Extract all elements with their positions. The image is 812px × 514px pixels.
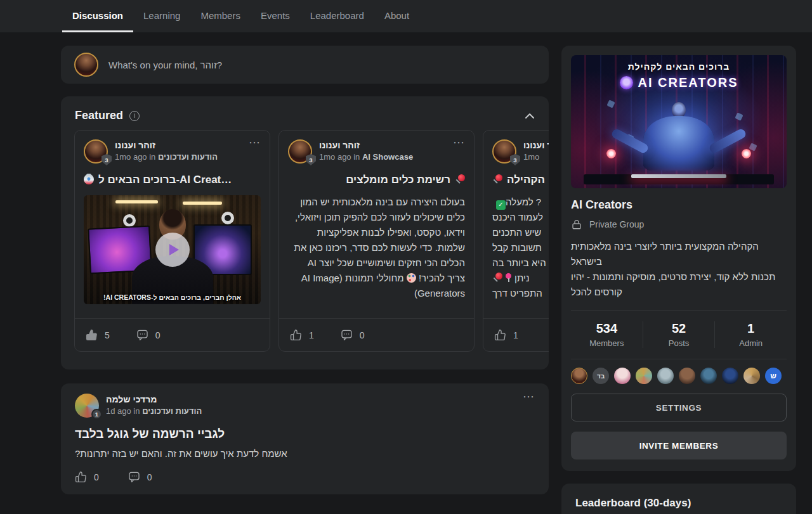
author-avatar[interactable]: 1 bbox=[75, 394, 99, 418]
pushpin-emoji-icon bbox=[455, 174, 465, 184]
banner-welcome-text: ברוכים הבאים לקהילת bbox=[571, 61, 787, 72]
space-name: הודעות ועדכונים bbox=[142, 406, 202, 416]
settings-button[interactable]: SETTINGS bbox=[571, 394, 787, 421]
like-button[interactable]: 1 bbox=[494, 329, 518, 341]
post-body: אשמח לדעת איך עושים את זה. והאם יש בזה י… bbox=[75, 448, 535, 459]
video-thumbnail[interactable]: אהלן חברים, ברוכים הבאים ל-AI CREATORS! bbox=[84, 195, 261, 304]
level-badge: 3 bbox=[306, 154, 316, 165]
current-user-avatar bbox=[74, 53, 98, 77]
like-button[interactable]: 1 bbox=[290, 329, 314, 341]
pushpin-emoji-icon bbox=[492, 174, 502, 184]
featured-card-tools[interactable]: 3 זוהר וענונו 1mo ago in AI Showcase ⋯ ר… bbox=[278, 130, 475, 352]
level-badge: 1 bbox=[91, 409, 102, 420]
more-options-icon[interactable]: ⋯ bbox=[523, 394, 535, 400]
member-avatar-initials[interactable]: בד bbox=[593, 368, 609, 384]
post-meta: 1d ago in הודעות ועדכונים bbox=[106, 406, 202, 416]
level-badge: 3 bbox=[102, 154, 112, 165]
leaderboard-card: Leaderboard (30-days) bbox=[561, 484, 796, 514]
featured-card-welcome[interactable]: 3 זוהר וענונו 1mo ago in הודעות ועדכונים… bbox=[74, 130, 270, 352]
featured-cards-row: 3 זוהר וענונו 1mo ago in הודעות ועדכונים… bbox=[74, 130, 549, 352]
comment-button[interactable]: 0 bbox=[128, 471, 152, 483]
space-name: AI Showcase bbox=[362, 152, 413, 162]
space-name: הודעות ועדכונים bbox=[158, 152, 218, 162]
leaderboard-title: Leaderboard (30-days) bbox=[575, 497, 782, 510]
check-emoji-icon bbox=[496, 200, 506, 210]
more-options-icon[interactable]: ⋯ bbox=[453, 139, 465, 146]
play-button[interactable] bbox=[155, 233, 190, 267]
author-name[interactable]: זוהר וענונו bbox=[523, 140, 549, 150]
author-name[interactable]: זוהר וענונו bbox=[115, 140, 218, 150]
like-button[interactable]: 0 bbox=[75, 471, 99, 483]
brain-logo-icon bbox=[620, 76, 633, 89]
top-navigation-bar: Discussion Learning Members Events Leade… bbox=[0, 0, 812, 32]
invite-members-button[interactable]: INVITE MEMBERS bbox=[571, 432, 787, 459]
member-avatar[interactable] bbox=[679, 368, 695, 384]
sidebar: ברוכים הבאים לקהילת AI CREATORS AI Creat… bbox=[561, 46, 796, 514]
pushpin-emoji-icon bbox=[492, 273, 502, 283]
member-avatar[interactable] bbox=[722, 368, 738, 384]
palette-emoji-icon bbox=[407, 273, 416, 283]
author-avatar[interactable]: 3 bbox=[492, 139, 516, 164]
nav-tabs: Discussion Learning Members Events Leade… bbox=[0, 0, 812, 32]
post-title[interactable]: ברוכים הבאים ל-AI Creat… bbox=[84, 174, 261, 186]
post-title[interactable]: הקהילה bbox=[492, 174, 549, 186]
group-stats: 534 Members 52 Posts 1 Admin bbox=[571, 311, 787, 359]
member-avatar[interactable] bbox=[700, 368, 717, 384]
post-composer[interactable]: What's on your mind, זוהר? bbox=[61, 46, 549, 84]
group-privacy: Private Group bbox=[571, 219, 787, 230]
featured-card-community[interactable]: 3 זוהר וענונו 1mo הקהילה ? למעלה לעמוד ה… bbox=[483, 130, 549, 352]
author-avatar[interactable]: 3 bbox=[288, 139, 312, 164]
more-options-icon[interactable]: ⋯ bbox=[249, 139, 261, 146]
composer-placeholder: What's on your mind, זוהר? bbox=[108, 60, 222, 70]
stat-members: 534 Members bbox=[571, 321, 643, 348]
group-banner-image: ברוכים הבאים לקהילת AI CREATORS bbox=[571, 55, 787, 188]
member-avatars-row: בד ש bbox=[571, 368, 787, 384]
group-name: AI Creators bbox=[571, 198, 787, 212]
featured-title: Featured bbox=[75, 109, 123, 122]
feed-post[interactable]: 1 מרדכי שלמה 1d ago in הודעות ועדכונים ⋯… bbox=[61, 383, 549, 494]
tab-discussion[interactable]: Discussion bbox=[62, 0, 133, 32]
chevron-up-icon[interactable] bbox=[525, 113, 535, 119]
tab-members[interactable]: Members bbox=[190, 0, 251, 32]
info-icon[interactable]: i bbox=[129, 111, 140, 121]
post-meta: 1mo ago in AI Showcase bbox=[319, 152, 413, 162]
post-meta: 1mo ago in הודעות ועדכונים bbox=[115, 152, 218, 162]
member-avatar[interactable] bbox=[571, 368, 587, 384]
comment-button[interactable]: 0 bbox=[136, 329, 160, 341]
member-avatar[interactable] bbox=[614, 368, 631, 384]
member-avatar[interactable] bbox=[636, 368, 652, 384]
author-name[interactable]: זוהר וענונו bbox=[319, 140, 413, 150]
level-badge: 3 bbox=[510, 154, 520, 165]
group-description: הקהילה המקצועית ביותר ליוצרי בינה מלאכות… bbox=[571, 239, 787, 300]
like-button[interactable]: 5 bbox=[86, 329, 110, 341]
tab-about[interactable]: About bbox=[374, 0, 419, 32]
tab-learning[interactable]: Learning bbox=[133, 0, 190, 32]
post-title[interactable]: לגביי הרשמה של גוגל בלבד bbox=[75, 427, 535, 441]
post-body: ? למעלה לעמוד היכנס שיש התכנים תשובות קב… bbox=[492, 195, 549, 301]
post-meta: 1mo bbox=[523, 152, 549, 162]
member-avatar[interactable] bbox=[743, 368, 760, 384]
main-column: What's on your mind, זוהר? Featured i 3 … bbox=[61, 46, 549, 494]
comment-button[interactable]: 0 bbox=[341, 329, 365, 341]
member-avatar-initials[interactable]: ש bbox=[765, 368, 782, 384]
group-info-card: ברוכים הבאים לקהילת AI CREATORS AI Creat… bbox=[561, 46, 796, 471]
video-caption: אהלן חברים, ברוכים הבאים ל-AI CREATORS! bbox=[84, 293, 261, 301]
member-avatar[interactable] bbox=[657, 368, 674, 384]
round-pin-emoji-icon bbox=[505, 273, 512, 283]
author-name[interactable]: מרדכי שלמה bbox=[106, 394, 202, 404]
tab-events[interactable]: Events bbox=[251, 0, 300, 32]
lock-icon bbox=[571, 219, 582, 230]
rocket-emoji-icon bbox=[84, 174, 96, 186]
post-body: בעולם היצירה עם בינה מלאכותית יש המון כל… bbox=[288, 195, 465, 301]
stat-posts: 52 Posts bbox=[643, 321, 715, 348]
banner-group-name: AI CREATORS bbox=[638, 75, 738, 90]
tab-leaderboard[interactable]: Leaderboard bbox=[300, 0, 374, 32]
author-avatar[interactable]: 3 bbox=[84, 139, 108, 164]
post-title[interactable]: רשימת כלים מומלצים bbox=[288, 174, 465, 186]
featured-section: Featured i 3 זוהר וענונו 1mo ago in הוד bbox=[61, 96, 549, 369]
stat-admin: 1 Admin bbox=[714, 321, 787, 348]
